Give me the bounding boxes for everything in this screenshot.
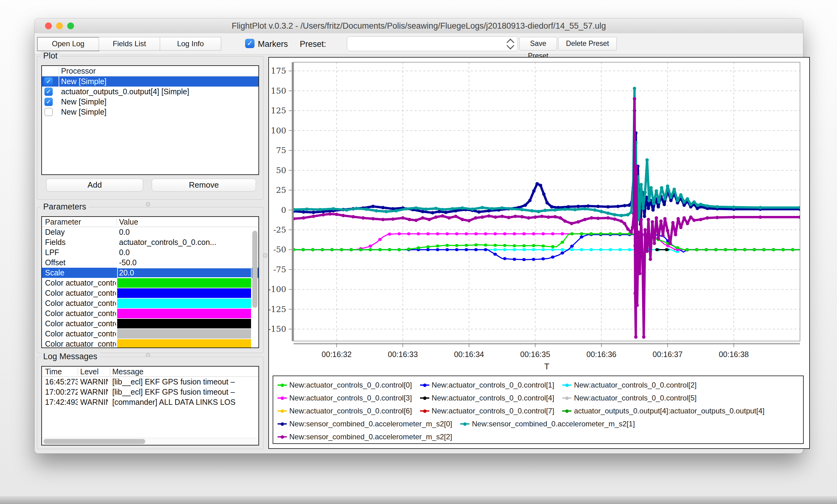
color-swatch[interactable] bbox=[117, 329, 251, 339]
color-swatch[interactable] bbox=[117, 339, 251, 348]
legend-item: New:actuator_controls_0_0.control[0] bbox=[278, 381, 412, 389]
chart-panel[interactable]: 1751501251007550250-25-50-75-100-125-150… bbox=[268, 57, 810, 449]
legend-item: New:actuator_controls_0_0.control[6] bbox=[278, 407, 412, 415]
svg-text:175: 175 bbox=[271, 66, 286, 75]
log-hscrollbar-thumb[interactable] bbox=[43, 439, 145, 444]
legend-series-label: New:actuator_controls_0_0.control[6] bbox=[289, 407, 412, 415]
processor-row[interactable]: ✓actuator_outputs_0.output[4] [Simple] bbox=[42, 87, 259, 97]
parameter-row[interactable]: Color actuator_controls_0_... bbox=[42, 339, 259, 348]
processor-row[interactable]: ✓New [Simple] bbox=[42, 97, 259, 107]
color-swatch[interactable] bbox=[117, 288, 251, 298]
parameter-name: Color actuator_controls_0_... bbox=[45, 329, 116, 338]
preset-combobox[interactable] bbox=[347, 36, 518, 51]
parameter-name: Scale bbox=[45, 268, 116, 277]
parameter-row[interactable]: Fieldsactuator_controls_0_0.con... bbox=[42, 237, 259, 247]
processor-row[interactable]: ✓New [Simple] bbox=[42, 76, 259, 87]
color-swatch[interactable] bbox=[117, 278, 251, 288]
processor-table[interactable]: Processor ✓New [Simple]✓actuator_outputs… bbox=[41, 65, 259, 175]
svg-text:00:16:37: 00:16:37 bbox=[653, 350, 682, 359]
log-time: 17:00:272 bbox=[45, 388, 78, 396]
svg-text:00:16:36: 00:16:36 bbox=[586, 350, 616, 359]
delete-preset-button[interactable]: Delete Preset bbox=[558, 37, 617, 51]
parameter-value[interactable]: 20.0 bbox=[118, 268, 251, 277]
processor-row-checkbox[interactable]: ✓ bbox=[44, 77, 53, 86]
remove-button[interactable]: Remove bbox=[152, 179, 256, 192]
legend-row: New:sensor_combined_0.accelerometer_m_s2… bbox=[278, 430, 799, 443]
parameter-row[interactable]: Delay0.0 bbox=[42, 227, 259, 237]
parameter-row[interactable]: LPF0.0 bbox=[42, 247, 259, 258]
parameter-column-header: Parameter bbox=[45, 218, 81, 226]
processor-row-checkbox[interactable]: ✓ bbox=[44, 98, 53, 106]
legend-series-marker-icon bbox=[460, 423, 469, 425]
legend-series-marker-icon bbox=[278, 397, 287, 399]
legend-item: New:actuator_controls_0_0.control[4] bbox=[420, 394, 554, 402]
parameter-name: Color actuator_controls_0_... bbox=[45, 279, 116, 287]
parameter-name: Color actuator_controls_0_... bbox=[45, 299, 116, 308]
log-hscrollbar[interactable] bbox=[42, 438, 259, 445]
parameter-value[interactable]: 0.0 bbox=[119, 228, 251, 237]
parameter-value[interactable]: actuator_controls_0_0.con... bbox=[119, 238, 251, 247]
log-level: WARNING bbox=[80, 377, 108, 386]
add-button[interactable]: Add bbox=[46, 179, 143, 192]
svg-text:00:16:34: 00:16:34 bbox=[454, 350, 484, 359]
plot-group-title: Plot bbox=[41, 51, 60, 61]
parameter-value[interactable]: -50.0 bbox=[119, 258, 251, 267]
legend-series-label: New:actuator_controls_0_0.control[1] bbox=[432, 381, 554, 389]
parameter-row[interactable]: Color actuator_controls_0_... bbox=[42, 319, 259, 329]
parameter-name: LPF bbox=[45, 248, 116, 257]
svg-text:0: 0 bbox=[281, 205, 286, 215]
parameter-name: Color actuator_controls_0_... bbox=[45, 319, 116, 328]
log-table[interactable]: Time Level Message 16:45:273WARNING[lib_… bbox=[41, 366, 259, 446]
log-row[interactable]: 17:42:493WARNING[commander] ALL DATA LIN… bbox=[42, 397, 259, 407]
open-log-button[interactable]: Open Log bbox=[37, 37, 99, 51]
svg-text:25: 25 bbox=[276, 185, 286, 195]
parameter-value[interactable]: 0.0 bbox=[119, 248, 251, 257]
splitter-handle[interactable] bbox=[146, 202, 150, 206]
svg-text:00:16:38: 00:16:38 bbox=[719, 350, 749, 359]
processor-row-checkbox[interactable]: ✓ bbox=[44, 88, 53, 96]
log-message: [lib__ecl] EKF GPS fusion timeout – bbox=[112, 388, 257, 396]
parameter-row[interactable]: Offset-50.0 bbox=[42, 258, 259, 268]
color-swatch[interactable] bbox=[117, 319, 251, 329]
flight-data-chart[interactable]: 1751501251007550250-25-50-75-100-125-150… bbox=[269, 58, 809, 374]
processor-table-header: Processor bbox=[42, 66, 259, 76]
log-row[interactable]: 16:45:273WARNING[lib__ecl] EKF GPS fusio… bbox=[42, 377, 259, 387]
window-title: FlightPlot v.0.3.2 - /Users/fritz/Docume… bbox=[35, 21, 803, 31]
legend-item: New:actuator_controls_0_0.control[1] bbox=[420, 381, 554, 389]
color-swatch[interactable] bbox=[117, 299, 251, 308]
color-swatch[interactable] bbox=[117, 309, 251, 318]
legend-series-label: New:actuator_controls_0_0.control[2] bbox=[574, 381, 697, 389]
svg-text:-125: -125 bbox=[269, 305, 286, 314]
parameter-row[interactable]: Color actuator_controls_0_... bbox=[42, 278, 259, 288]
processor-row[interactable]: New [Simple] bbox=[42, 107, 259, 117]
processor-row-checkbox[interactable] bbox=[44, 108, 53, 116]
parameter-row[interactable]: Scale20.0 bbox=[42, 268, 259, 278]
parameter-row[interactable]: Color actuator_controls_0_... bbox=[42, 288, 259, 298]
log-table-header: Time Level Message bbox=[42, 367, 259, 377]
legend-series-marker-icon bbox=[278, 410, 287, 412]
legend-item: New:actuator_controls_0_0.control[2] bbox=[562, 381, 697, 389]
fields-list-button[interactable]: Fields List bbox=[99, 37, 160, 51]
parameter-row[interactable]: Color actuator_controls_0_... bbox=[42, 329, 259, 339]
markers-checkbox[interactable]: ✓ bbox=[245, 39, 254, 48]
legend-series-marker-icon bbox=[420, 385, 429, 386]
svg-text:-100: -100 bbox=[269, 285, 286, 294]
chart-legend: New:actuator_controls_0_0.control[0]New:… bbox=[273, 375, 804, 444]
legend-series-label: New:actuator_controls_0_0.control[7] bbox=[432, 407, 554, 415]
parameter-name: Fields bbox=[45, 238, 116, 247]
log-row[interactable]: 17:00:272WARNING[lib__ecl] EKF GPS fusio… bbox=[42, 387, 259, 397]
plot-group: Plot Processor ✓New [Simple]✓actuator_ou… bbox=[37, 56, 263, 200]
title-bar[interactable]: FlightPlot v.0.3.2 - /Users/fritz/Docume… bbox=[35, 18, 803, 34]
vertical-splitter-handle[interactable] bbox=[263, 253, 267, 258]
parameter-row[interactable]: Color actuator_controls_0_... bbox=[42, 309, 259, 319]
series-New:sensor_combined_0.accelerometer_m_s2[0] bbox=[293, 111, 800, 245]
parameters-scrollbar[interactable] bbox=[252, 231, 257, 308]
save-preset-button[interactable]: Save Preset bbox=[519, 37, 557, 51]
parameters-table-header: Parameter Value bbox=[42, 217, 259, 227]
parameter-row[interactable]: Color actuator_controls_0_... bbox=[42, 298, 259, 309]
svg-text:00:16:32: 00:16:32 bbox=[322, 350, 352, 359]
legend-series-marker-icon bbox=[562, 397, 571, 399]
parameters-table[interactable]: Parameter Value Delay0.0Fieldsactuator_c… bbox=[41, 216, 259, 348]
legend-series-marker-icon bbox=[278, 385, 287, 386]
log-info-button[interactable]: Log Info bbox=[160, 37, 221, 51]
